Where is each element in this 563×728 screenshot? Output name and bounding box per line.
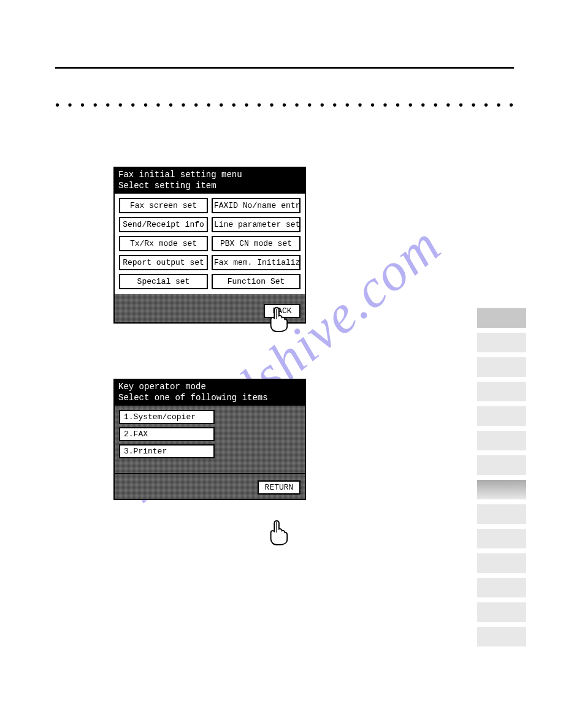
sidebar-tab <box>477 333 526 352</box>
sidebar-tab <box>477 382 526 401</box>
lcd-title-line2: Select one of following items <box>118 393 301 404</box>
sidebar-tab <box>477 431 526 450</box>
system-copier-item[interactable]: 1.System/copier <box>119 410 215 424</box>
tx-rx-mode-set-button[interactable]: Tx/Rx mode set <box>119 236 208 251</box>
header-rule <box>55 67 514 69</box>
sidebar-tab <box>477 406 526 426</box>
finger-pointer-icon <box>266 306 289 333</box>
finger-pointer-icon <box>266 519 289 546</box>
lcd-button-grid: Fax screen set FAXID No/name entry Send/… <box>115 194 305 294</box>
lcd-panel-fax-initial: Fax initial setting menu Select setting … <box>113 167 306 324</box>
lcd-panel-key-operator: Key operator mode Select one of followin… <box>113 379 306 500</box>
dotted-rule: • • • • • • • • • • • • • • • • • • • • … <box>55 98 514 112</box>
sidebar-tab <box>477 308 526 328</box>
return-button[interactable]: RETURN <box>258 480 301 495</box>
line-parameter-set-button[interactable]: Line parameter set <box>212 217 301 232</box>
sidebar-tab <box>477 602 526 622</box>
report-output-set-button[interactable]: Report output set <box>119 255 208 270</box>
fax-screen-set-button[interactable]: Fax screen set <box>119 198 208 213</box>
pbx-cn-mode-set-button[interactable]: PBX CN mode set <box>212 236 301 251</box>
function-set-button[interactable]: Function Set <box>212 274 301 289</box>
sidebar-tab-active <box>477 480 526 499</box>
sidebar-tabs <box>477 308 526 646</box>
sidebar-tab <box>477 357 526 377</box>
sidebar-tab <box>477 504 526 524</box>
sidebar-tab <box>477 529 526 548</box>
sidebar-tab <box>477 578 526 597</box>
lcd-title-line1: Fax initial setting menu <box>118 170 301 181</box>
lcd-list: 1.System/copier 2.FAX 3.Printer <box>115 406 305 463</box>
printer-item[interactable]: 3.Printer <box>119 444 215 458</box>
sidebar-tab <box>477 455 526 475</box>
lcd-body: 1.System/copier 2.FAX 3.Printer <box>115 406 305 473</box>
fax-mem-initialize-button[interactable]: Fax mem. Initialize <box>212 255 301 270</box>
lcd-title-line2: Select setting item <box>118 181 301 192</box>
faxid-no-name-entry-button[interactable]: FAXID No/name entry <box>212 198 301 213</box>
special-set-button[interactable]: Special set <box>119 274 208 289</box>
lcd-header: Fax initial setting menu Select setting … <box>115 168 305 194</box>
lcd-footer: RETURN <box>115 474 305 499</box>
lcd-header: Key operator mode Select one of followin… <box>115 380 305 406</box>
sidebar-tab <box>477 553 526 573</box>
fax-item[interactable]: 2.FAX <box>119 427 215 441</box>
lcd-title-line1: Key operator mode <box>118 382 301 393</box>
sidebar-tab <box>477 627 526 646</box>
send-receipt-info-button[interactable]: Send/Receipt info <box>119 217 208 232</box>
